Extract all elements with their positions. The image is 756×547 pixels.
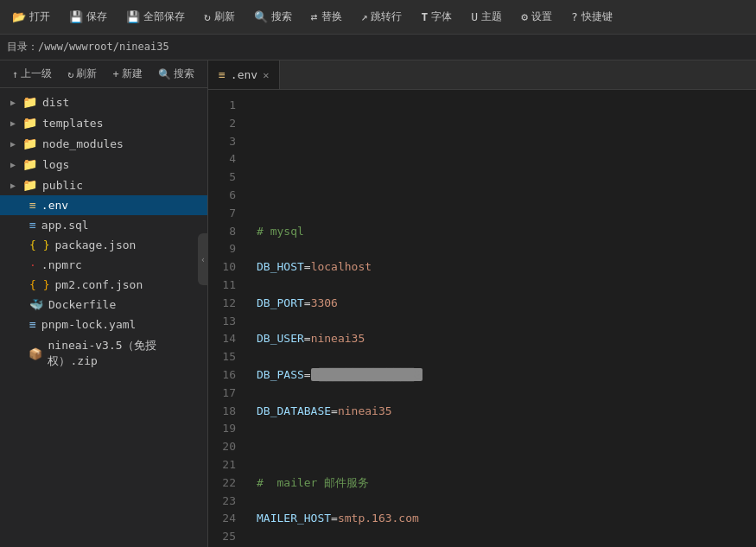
file-tree: ▶ 📁 dist ▶ 📁 templates ▶ 📁 node_modules … [0,88,207,547]
code-line-8: # mailer 邮件服务 [257,474,756,493]
code-content[interactable]: ➤ ➤ ➤ # mysql DB_HOST=localhost DB_PORT=… [250,90,756,547]
goto-line-button[interactable]: ↗ 跳转行 [353,6,411,28]
goto-icon: ↗ [361,10,368,23]
theme-button[interactable]: U 主题 [462,6,511,28]
up-icon: ↑ [12,68,18,80]
zip-file-icon: 📦 [29,347,42,360]
new-button[interactable]: + 新建 [107,65,147,83]
sidebar-item-logs[interactable]: ▶ 📁 logs [0,154,207,175]
theme-icon: U [471,10,478,23]
sidebar-refresh-icon: ↻ [67,68,73,80]
code-line-9: MAILER_HOST=smtp.163.com [257,510,756,528]
refresh-icon: ↻ [204,10,211,23]
tab-bar: ≡ .env ✕ [208,60,756,90]
save-all-button[interactable]: 💾 全部保存 [118,6,194,28]
tab-env-icon: ≡ [219,68,226,81]
sidebar-collapse-handle[interactable]: ‹ [198,233,208,285]
folder-icon: 📁 [22,157,37,171]
sidebar-item-app-sql[interactable]: ≡ app.sql [0,215,207,235]
sidebar-item-dockerfile[interactable]: 🐳 Dockerfile [0,295,207,315]
save-icon: 💾 [69,10,83,23]
code-line-3: DB_PORT=3306 [257,295,756,313]
sidebar-item-package-json[interactable]: { } package.json [0,235,207,255]
sidebar-item-npmrc[interactable]: · .npmrc [0,255,207,275]
env-file-icon: ≡ [29,199,36,212]
sidebar-search-button[interactable]: 🔍 搜索 [153,65,200,83]
open-button[interactable]: 📂 打开 [3,6,59,28]
code-line-5: DB_PASS=W██████████████G [257,366,756,385]
chevron-right-icon: ▶ [10,181,16,190]
sidebar-item-templates[interactable]: ▶ 📁 templates [0,112,207,133]
sidebar-item-dist[interactable]: ▶ 📁 dist [0,92,207,112]
new-icon: + [112,68,118,80]
code-line-2: DB_HOST=localhost [257,258,756,277]
chevron-right-icon: ▶ [10,98,16,107]
breadcrumb-text: 目录：/www/wwwroot/nineai35 [7,40,169,54]
code-line-7 [257,438,756,456]
code-editor[interactable]: 12345 678910 1112131415 1617181920 21222… [208,90,756,547]
open-icon: 📂 [12,10,26,23]
save-all-icon: 💾 [126,10,140,23]
code-line-6: DB_DATABASE=nineai35 [257,403,756,421]
sidebar-item-zip[interactable]: 📦 nineai-v3.5（免授权）.zip [0,334,207,372]
font-button[interactable]: T 字体 [412,6,461,28]
docker-file-icon: 🐳 [29,298,43,311]
folder-icon: 📁 [22,137,37,150]
folder-icon: 📁 [22,95,37,109]
json-file-icon: { } [29,239,49,251]
tab-env[interactable]: ≡ .env ✕ [208,60,280,89]
font-icon: T [421,10,428,23]
chevron-right-icon: ▶ [10,139,16,149]
settings-button[interactable]: ⚙ 设置 [512,6,561,28]
settings-icon: ⚙ [521,10,528,23]
sidebar-toolbar: ↑ 上一级 ↻ 刷新 + 新建 🔍 搜索 [0,60,207,88]
main-layout: ↑ 上一级 ↻ 刷新 + 新建 🔍 搜索 ▶ 📁 dist [0,60,756,547]
pm2-file-icon: { } [29,278,49,291]
chevron-right-icon: ▶ [10,160,16,169]
sidebar-item-pm2-conf[interactable]: { } pm2.conf.json [0,275,207,295]
search-button[interactable]: 🔍 搜索 [245,6,301,28]
toolbar: 📂 打开 💾 保存 💾 全部保存 ↻ 刷新 🔍 搜索 ⇄ 替换 ↗ 跳转行 T … [0,0,756,35]
folder-icon: 📁 [22,116,37,130]
yaml-file-icon: ≡ [29,318,36,331]
shortcuts-icon: ? [571,10,578,23]
sidebar-item-public[interactable]: ▶ 📁 public [0,175,207,195]
tab-close-button[interactable]: ✕ [263,69,269,81]
sidebar-refresh-button[interactable]: ↻ 刷新 [62,65,102,83]
code-line-1: # mysql [257,223,756,241]
editor-area: ≡ .env ✕ 12345 678910 1112131415 1617181… [208,60,756,547]
save-button[interactable]: 💾 保存 [60,6,116,28]
folder-icon: 📁 [22,178,37,192]
up-button[interactable]: ↑ 上一级 [7,65,57,83]
npmrc-file-icon: · [29,258,36,271]
replace-icon: ⇄ [311,10,318,23]
sql-file-icon: ≡ [29,219,36,232]
sidebar-search-icon: 🔍 [158,68,171,80]
breadcrumb: 目录：/www/wwwroot/nineai35 [0,35,756,60]
code-line-4: DB_USER=nineai35 [257,330,756,348]
refresh-button[interactable]: ↻ 刷新 [195,6,244,28]
line-numbers: 12345 678910 1112131415 1617181920 21222… [208,90,250,547]
search-icon: 🔍 [254,10,268,23]
replace-button[interactable]: ⇄ 替换 [302,6,351,28]
sidebar-item-node-modules[interactable]: ▶ 📁 node_modules [0,133,207,154]
shortcuts-button[interactable]: ? 快捷键 [562,6,621,28]
sidebar: ↑ 上一级 ↻ 刷新 + 新建 🔍 搜索 ▶ 📁 dist [0,60,208,547]
chevron-right-icon: ▶ [10,118,16,128]
sidebar-item-pnpm-lock[interactable]: ≡ pnpm-lock.yaml [0,315,207,334]
sidebar-item-env[interactable]: ≡ .env [0,195,207,215]
